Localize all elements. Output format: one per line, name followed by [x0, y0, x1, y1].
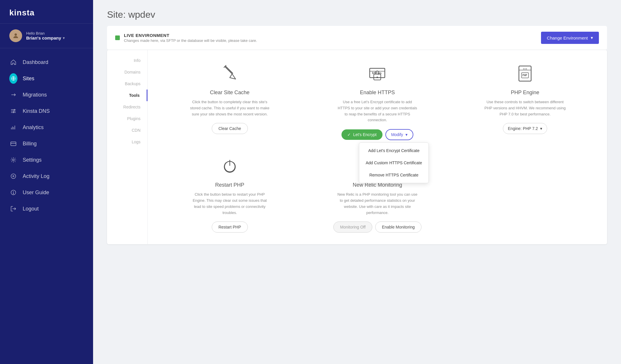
main-area: Site: wpdev LIVE ENVIRONMENT Changes mad… [93, 0, 621, 364]
svg-point-3 [13, 159, 14, 161]
clear-cache-tool: Clear Site Cache Click the button to com… [162, 62, 298, 140]
logout-icon [9, 205, 17, 213]
sidebar-item-analytics[interactable]: Analytics [0, 119, 93, 135]
dropdown-item-remove-https[interactable]: Remove HTTPS Certificate [359, 169, 428, 181]
enable-https-actions: ✓ Let's Encrypt Modify ▾ [341, 129, 413, 140]
restart-php-title: Restart PHP [215, 182, 244, 188]
sidebar-item-billing[interactable]: Billing [0, 135, 93, 152]
tools-grid: Clear Site Cache Click the button to com… [162, 62, 593, 233]
new-relic-actions: Monitoring Off Enable Monitoring [333, 222, 421, 233]
svg-rect-15 [519, 66, 531, 81]
sidebar-item-user-guide[interactable]: User Guide [0, 184, 93, 201]
env-description: Changes made here, via SFTP or the datab… [124, 38, 257, 43]
chevron-down-icon: ▾ [540, 126, 542, 131]
sidebar-item-kinsta-dns[interactable]: Kinsta DNS [0, 103, 93, 119]
subnav-item-cdn[interactable]: CDN [107, 124, 147, 136]
main-content: LIVE ENVIRONMENT Changes made here, via … [93, 26, 621, 364]
svg-rect-2 [11, 142, 16, 146]
svg-line-7 [225, 66, 233, 73]
subnav-item-redirects[interactable]: Redirects [107, 101, 147, 113]
sidebar-item-label: Kinsta DNS [23, 108, 50, 114]
modify-dropdown-menu: Add Let's Encrypt Certificate Add Custom… [359, 142, 429, 183]
dropdown-item-lets-encrypt[interactable]: Add Let's Encrypt Certificate [359, 144, 428, 157]
sidebar-item-settings[interactable]: Settings [0, 152, 93, 168]
sidebar-item-label: Sites [23, 76, 34, 82]
restart-php-button[interactable]: Restart PHP [212, 222, 248, 233]
enable-https-tool: https Enable HTTPS Use a free Let's Encr… [309, 62, 446, 140]
analytics-icon [9, 123, 17, 131]
subnav-item-logs[interactable]: Logs [107, 136, 147, 148]
new-relic-desc: New Relic is a PHP monitoring tool you c… [337, 192, 418, 216]
sidebar-item-activity-log[interactable]: Activity Log [0, 168, 93, 184]
clear-cache-title: Clear Site Cache [210, 90, 250, 96]
modify-button[interactable]: Modify ▾ [385, 129, 413, 140]
settings-icon [9, 156, 17, 164]
sites-icon [9, 74, 17, 83]
enable-https-title: Enable HTTPS [360, 90, 395, 96]
user-profile[interactable]: Hello Brian Brian's company ▾ [0, 24, 93, 48]
restart-php-desc: Click the button below to restart your P… [189, 192, 271, 216]
modify-label: Modify [391, 132, 403, 137]
sidebar-item-logout[interactable]: Logout [0, 201, 93, 217]
sidebar-item-label: Settings [23, 157, 42, 163]
clear-cache-desc: Click the button to completely clear thi… [189, 99, 271, 117]
lets-encrypt-button[interactable]: ✓ Let's Encrypt [341, 129, 382, 140]
svg-point-0 [15, 33, 17, 36]
environment-banner: LIVE ENVIRONMENT Changes made here, via … [107, 26, 607, 50]
sidebar-item-dashboard[interactable]: Dashboard [0, 54, 93, 70]
sidebar-item-label: Logout [23, 206, 39, 212]
sidebar-item-label: Activity Log [23, 173, 49, 179]
activity-icon [9, 172, 17, 180]
enable-monitoring-button[interactable]: Enable Monitoring [375, 222, 421, 233]
sidebar-item-sites[interactable]: Sites [0, 70, 93, 87]
env-banner-left: LIVE ENVIRONMENT Changes made here, via … [115, 33, 257, 43]
monitoring-off-button[interactable]: Monitoring Off [333, 222, 372, 233]
chevron-down-icon: ▾ [405, 132, 408, 137]
sidebar-navigation: Dashboard Sites Migrations [0, 48, 93, 364]
subnav-item-tools[interactable]: Tools [107, 90, 147, 101]
migrations-icon [9, 91, 17, 99]
change-environment-button[interactable]: Change Environment ▾ [541, 32, 599, 44]
power-icon [218, 154, 241, 177]
subnav-item-info[interactable]: Info [107, 55, 147, 66]
chevron-down-icon: ▾ [63, 36, 65, 40]
site-subnav: Info Domains Backups Tools Redirects Plu… [107, 50, 148, 244]
sidebar: kinsta Hello Brian Brian's company ▾ Das… [0, 0, 93, 364]
clear-cache-actions: Clear Cache [212, 123, 248, 134]
php-engine-button[interactable]: Engine: PHP 7.2 ▾ [503, 123, 547, 134]
restart-php-tool: Restart PHP Click the button below to re… [162, 154, 298, 233]
svg-point-14 [377, 77, 378, 78]
brand-name: kinsta [9, 8, 35, 17]
checkmark-icon: ✓ [347, 132, 351, 137]
sidebar-item-label: Billing [23, 141, 37, 147]
user-company[interactable]: Brian's company ▾ [26, 35, 84, 40]
php-icon: PHP [513, 62, 537, 85]
svg-point-5 [13, 176, 14, 177]
svg-text:PHP: PHP [522, 74, 527, 77]
sidebar-item-label: Analytics [23, 124, 44, 131]
subnav-item-plugins[interactable]: Plugins [107, 113, 147, 124]
restart-php-actions: Restart PHP [212, 222, 248, 233]
php-engine-actions: Engine: PHP 7.2 ▾ [503, 123, 547, 134]
sidebar-item-migrations[interactable]: Migrations [0, 87, 93, 103]
sidebar-item-label: User Guide [23, 190, 49, 196]
svg-line-8 [225, 67, 232, 74]
php-engine-desc: Use these controls to switch between dif… [484, 99, 566, 117]
subnav-item-domains[interactable]: Domains [107, 66, 147, 78]
subnav-item-backups[interactable]: Backups [107, 78, 147, 90]
dns-icon [9, 107, 17, 115]
sidebar-item-label: Migrations [23, 92, 47, 98]
dropdown-item-custom-https[interactable]: Add Custom HTTPS Certificate [359, 157, 428, 169]
main-header: Site: wpdev [93, 0, 621, 26]
billing-icon [9, 140, 17, 148]
enable-https-desc: Use a free Let's Encrypt certificate to … [337, 99, 418, 123]
env-status-dot [115, 35, 120, 40]
user-greeting: Hello Brian [26, 31, 84, 35]
page-title: Site: wpdev [107, 9, 607, 20]
broom-icon [218, 62, 241, 85]
engine-label: Engine: PHP 7.2 [508, 126, 538, 131]
home-icon [9, 58, 17, 66]
env-title: LIVE ENVIRONMENT [124, 33, 257, 38]
user-info: Hello Brian Brian's company ▾ [26, 31, 84, 40]
clear-cache-button[interactable]: Clear Cache [212, 123, 248, 134]
